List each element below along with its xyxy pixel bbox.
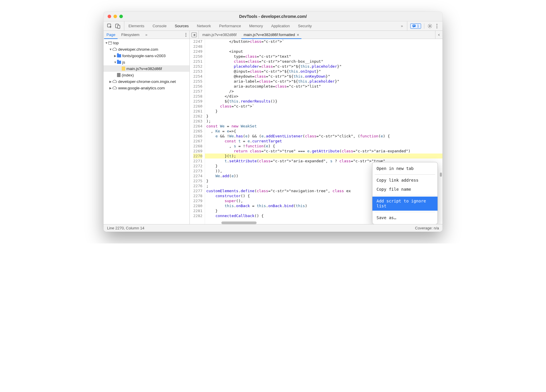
line-number[interactable]: 2266	[193, 134, 202, 139]
panel-tab-elements[interactable]: Elements	[124, 21, 148, 30]
line-number[interactable]: 2268	[193, 144, 202, 149]
code-line[interactable]: ${this.renderResults()}	[205, 99, 442, 104]
file-tab[interactable]: main.js?v=e382d86f:formatted×	[240, 31, 303, 39]
line-number[interactable]: 2264	[193, 124, 202, 129]
tree-item[interactable]: ▼js	[104, 59, 189, 65]
line-number[interactable]: 2248	[193, 44, 202, 49]
code-line[interactable]: }	[205, 109, 442, 114]
code-line[interactable]: return class="c-str">"true" === e.getAtt…	[205, 149, 442, 154]
issues-badge[interactable]: 1	[410, 23, 421, 29]
code-line[interactable]: placeholder=class="c-str">"${this.placeh…	[205, 64, 442, 69]
line-number[interactable]: 2281	[193, 208, 202, 213]
panel-tab-security[interactable]: Security	[294, 21, 316, 30]
context-menu-item[interactable]: Open in new tab	[372, 164, 438, 173]
code-line[interactable]: class=class="c-str">"search-box__input"	[205, 59, 442, 64]
settings-icon[interactable]	[427, 23, 433, 29]
line-number[interactable]: 2278	[193, 193, 202, 198]
line-number[interactable]: 2275	[193, 178, 202, 183]
line-number[interactable]: 2274	[193, 173, 202, 178]
code-line[interactable]: <input	[205, 49, 442, 54]
panel-tab-performance[interactable]: Performance	[215, 21, 245, 30]
line-number[interactable]: 2280	[193, 203, 202, 208]
disclosure-triangle[interactable]: ▼	[109, 48, 112, 51]
code-line[interactable]: />	[205, 89, 442, 94]
line-number[interactable]: 2267	[193, 139, 202, 144]
minimize-window-button[interactable]	[113, 15, 117, 18]
code-line[interactable]: @keydown=class="c-str">"${this.onKeyDown…	[205, 74, 442, 79]
code-line[interactable]: , Ke = e=>{	[205, 129, 442, 134]
line-number[interactable]: 2265	[193, 129, 202, 134]
line-number[interactable]: 2270	[193, 154, 202, 158]
disclosure-triangle[interactable]: ▼	[105, 41, 108, 45]
line-number[interactable]: 2247	[193, 39, 202, 44]
code-line[interactable]: e && !We.has(e) && (e.addEventListener(c…	[205, 134, 442, 139]
panel-tab-memory[interactable]: Memory	[245, 21, 267, 30]
code-line[interactable]: aria-label=class="c-str">"${this.placeho…	[205, 79, 442, 84]
line-number[interactable]: 2272	[193, 163, 202, 168]
code-line[interactable]: </div>	[205, 94, 442, 99]
context-menu-item[interactable]: Save as…	[372, 213, 438, 222]
context-menu-item[interactable]: Copy file name	[372, 185, 438, 194]
device-toolbar-icon[interactable]	[115, 23, 121, 29]
line-number[interactable]: 2258	[193, 94, 202, 99]
tree-item[interactable]: main.js?v=e382d86f	[104, 65, 189, 72]
line-number[interactable]: 2256	[193, 84, 202, 89]
code-line[interactable]: const t = e.currentTarget	[205, 139, 442, 144]
context-menu-item[interactable]: Add script to ignore list	[372, 197, 438, 211]
code-editor[interactable]: 2247224822492250225122522253225422552256…	[190, 39, 442, 224]
more-panels-button[interactable]: »	[397, 21, 407, 30]
line-number[interactable]: 2249	[193, 49, 202, 54]
panel-tab-application[interactable]: Application	[267, 21, 294, 30]
code-line[interactable]: const We = new WeakSet	[205, 124, 442, 129]
line-number[interactable]: 2282	[193, 213, 202, 218]
line-number[interactable]: 2260	[193, 104, 202, 109]
line-number[interactable]: 2279	[193, 198, 202, 203]
code-line[interactable]: @input=class="c-str">"${this.onInput}"	[205, 69, 442, 74]
context-menu-item[interactable]: Copy link address	[372, 176, 438, 185]
line-number[interactable]: 2252	[193, 64, 202, 69]
line-number[interactable]: 2257	[193, 89, 202, 94]
close-tab-icon[interactable]: ×	[297, 33, 299, 37]
close-window-button[interactable]	[108, 15, 111, 18]
zoom-window-button[interactable]	[119, 15, 123, 18]
line-number[interactable]: 2277	[193, 188, 202, 193]
disclosure-triangle[interactable]: ▶	[109, 86, 112, 90]
line-number[interactable]: 2263	[193, 119, 202, 124]
line-number[interactable]: 2251	[193, 59, 202, 64]
code-line[interactable]: }	[205, 114, 442, 119]
code-line[interactable]: class="c-str">`	[205, 104, 442, 109]
disclosure-triangle[interactable]: ▼	[113, 61, 117, 64]
code-line[interactable]: , s = !function(e) {	[205, 144, 442, 149]
code-line[interactable]: }(t);	[205, 154, 442, 158]
kebab-menu-icon[interactable]	[434, 23, 440, 29]
file-tab[interactable]: main.js?v=e382d86f	[199, 31, 240, 39]
vertical-scrollbar[interactable]	[440, 173, 442, 177]
line-number[interactable]: 2269	[193, 149, 202, 154]
inspect-element-icon[interactable]	[107, 23, 112, 29]
navigator-tab-page[interactable]: Page	[104, 31, 118, 39]
code-line[interactable]	[205, 44, 442, 49]
disclosure-triangle[interactable]: ▶	[109, 80, 112, 83]
tree-item[interactable]: ▶developer-chrome-com.imgix.net	[104, 78, 189, 85]
line-number[interactable]: 2254	[193, 74, 202, 79]
navigator-tab-filesystem[interactable]: Filesystem	[118, 31, 142, 39]
panel-tab-network[interactable]: Network	[193, 21, 215, 30]
line-number[interactable]: 2259	[193, 99, 202, 104]
line-number[interactable]: 2276	[193, 183, 202, 188]
code-line[interactable]: type=class="c-str">"text"	[205, 54, 442, 59]
line-number[interactable]: 2261	[193, 109, 202, 114]
code-line[interactable]: );	[205, 119, 442, 124]
line-number[interactable]: 2255	[193, 79, 202, 84]
horizontal-scrollbar[interactable]	[221, 221, 257, 224]
tree-item[interactable]: ▼top	[104, 40, 189, 46]
code-line[interactable]: </button>class="c-str">`	[205, 39, 442, 44]
panel-tab-sources[interactable]: Sources	[171, 21, 193, 30]
line-number[interactable]: 2262	[193, 114, 202, 119]
navigator-menu-icon[interactable]	[182, 31, 189, 39]
tree-item[interactable]: ▶www.google-analytics.com	[104, 85, 189, 91]
file-tree[interactable]: ▼top▼developer.chrome.com▶fonts/google-s…	[104, 39, 189, 224]
navigator-more-tabs[interactable]: »	[143, 31, 150, 39]
tree-item[interactable]: ▶fonts/google-sans-v2003	[104, 52, 189, 59]
tree-item[interactable]: ▼developer.chrome.com	[104, 46, 189, 52]
disclosure-triangle[interactable]: ▶	[113, 54, 117, 57]
